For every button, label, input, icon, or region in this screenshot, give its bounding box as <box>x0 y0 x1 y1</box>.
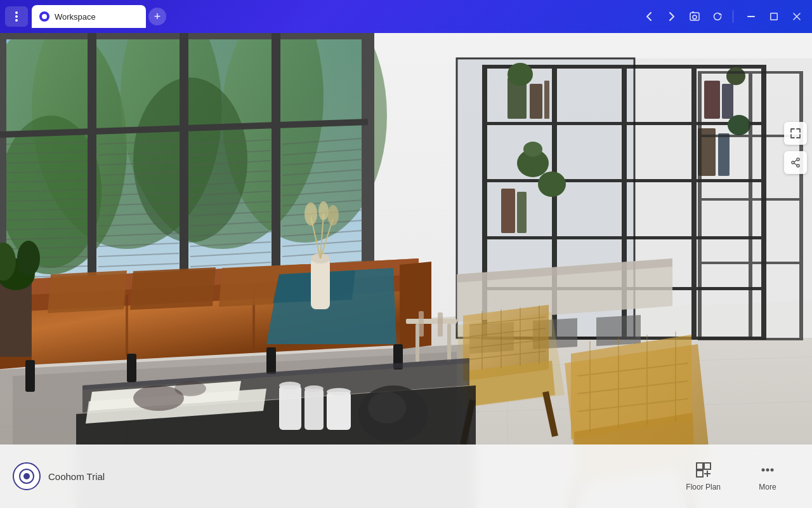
svg-point-160 <box>17 241 40 276</box>
svg-point-208 <box>304 385 324 392</box>
svg-rect-220 <box>704 463 710 469</box>
svg-rect-106 <box>761 65 766 338</box>
svg-point-203 <box>174 381 206 396</box>
share-button[interactable] <box>784 151 807 174</box>
svg-rect-130 <box>799 71 803 338</box>
more-button[interactable]: More <box>736 453 799 499</box>
svg-line-218 <box>794 163 797 165</box>
svg-rect-133 <box>698 198 803 201</box>
svg-rect-125 <box>501 189 515 233</box>
svg-point-116 <box>508 63 533 86</box>
bottom-actions: Floor Plan More <box>671 453 799 499</box>
svg-rect-206 <box>327 392 351 430</box>
svg-rect-212 <box>419 311 424 337</box>
svg-rect-219 <box>697 463 703 469</box>
svg-point-216 <box>797 164 799 167</box>
svg-rect-118 <box>722 84 733 119</box>
svg-rect-115 <box>544 81 549 119</box>
svg-rect-109 <box>482 179 766 182</box>
svg-marker-153 <box>130 267 216 310</box>
close-button[interactable] <box>787 6 807 27</box>
brand-name: Coohom Trial <box>48 471 105 482</box>
expand-button[interactable] <box>784 122 807 145</box>
svg-rect-114 <box>530 84 542 119</box>
svg-point-121 <box>523 142 542 157</box>
svg-rect-150 <box>266 347 276 374</box>
window-controls <box>741 6 807 27</box>
svg-rect-3 <box>747 16 755 17</box>
forward-button[interactable] <box>662 6 682 27</box>
svg-rect-135 <box>698 338 803 340</box>
svg-point-207 <box>279 382 301 389</box>
svg-point-226 <box>771 469 774 472</box>
floor-plan-icon <box>695 461 712 479</box>
brand-logo-inner <box>19 469 34 484</box>
nav-divider <box>733 10 733 23</box>
new-tab-button[interactable]: + <box>148 8 166 25</box>
back-button[interactable] <box>639 6 659 27</box>
svg-rect-108 <box>482 122 766 125</box>
brand-logo <box>13 462 41 490</box>
svg-rect-131 <box>698 71 803 74</box>
svg-rect-204 <box>279 385 301 430</box>
tab-favicon <box>39 11 49 22</box>
svg-point-124 <box>728 115 750 135</box>
svg-rect-105 <box>691 65 697 338</box>
floor-plan-label: Floor Plan <box>686 483 721 491</box>
svg-point-2 <box>693 15 697 19</box>
svg-rect-128 <box>698 71 702 338</box>
svg-rect-134 <box>698 262 803 264</box>
svg-rect-123 <box>718 133 730 176</box>
svg-point-211 <box>368 392 406 424</box>
svg-rect-157 <box>0 281 32 357</box>
svg-point-209 <box>327 388 351 396</box>
svg-point-215 <box>792 161 794 164</box>
svg-point-225 <box>766 469 769 472</box>
bottom-bar: Coohom Trial Floor Plan <box>0 444 812 508</box>
svg-rect-164 <box>311 258 330 309</box>
svg-rect-110 <box>482 236 766 239</box>
browser-chrome: Workspace + <box>0 0 812 33</box>
more-label: More <box>759 483 776 491</box>
svg-rect-149 <box>127 354 136 382</box>
svg-line-217 <box>794 160 797 162</box>
svg-rect-126 <box>517 192 527 233</box>
browser-nav <box>639 6 807 27</box>
tab-bar: Workspace + <box>32 5 635 28</box>
svg-rect-205 <box>304 389 324 430</box>
svg-point-170 <box>318 201 329 220</box>
svg-rect-1 <box>692 11 694 13</box>
svg-point-119 <box>726 67 745 85</box>
svg-rect-148 <box>25 360 35 392</box>
brand-section: Coohom Trial <box>13 462 105 490</box>
svg-rect-4 <box>771 13 778 20</box>
svg-rect-129 <box>749 71 752 338</box>
svg-marker-152 <box>48 271 127 313</box>
room-scene <box>0 33 812 508</box>
minimize-button[interactable] <box>741 6 761 27</box>
scene-controls <box>784 122 807 174</box>
svg-rect-161 <box>406 319 457 324</box>
svg-point-224 <box>762 469 765 472</box>
tab-title: Workspace <box>55 12 138 22</box>
svg-point-12 <box>133 77 247 243</box>
maximize-button[interactable] <box>764 6 784 27</box>
viewport: Coohom Trial Floor Plan <box>0 33 812 508</box>
browser-menu-button[interactable] <box>5 6 28 27</box>
svg-rect-163 <box>447 324 451 362</box>
svg-point-169 <box>304 203 317 225</box>
more-icon <box>759 461 776 479</box>
refresh-button[interactable] <box>707 6 728 27</box>
svg-rect-117 <box>704 81 720 119</box>
active-tab[interactable]: Workspace <box>32 5 146 28</box>
svg-point-214 <box>797 158 799 161</box>
floor-plan-button[interactable]: Floor Plan <box>671 453 736 499</box>
screenshot-button[interactable] <box>684 6 705 27</box>
svg-point-171 <box>327 205 339 225</box>
svg-rect-213 <box>438 312 443 337</box>
svg-point-127 <box>538 171 566 197</box>
svg-rect-221 <box>697 471 703 477</box>
